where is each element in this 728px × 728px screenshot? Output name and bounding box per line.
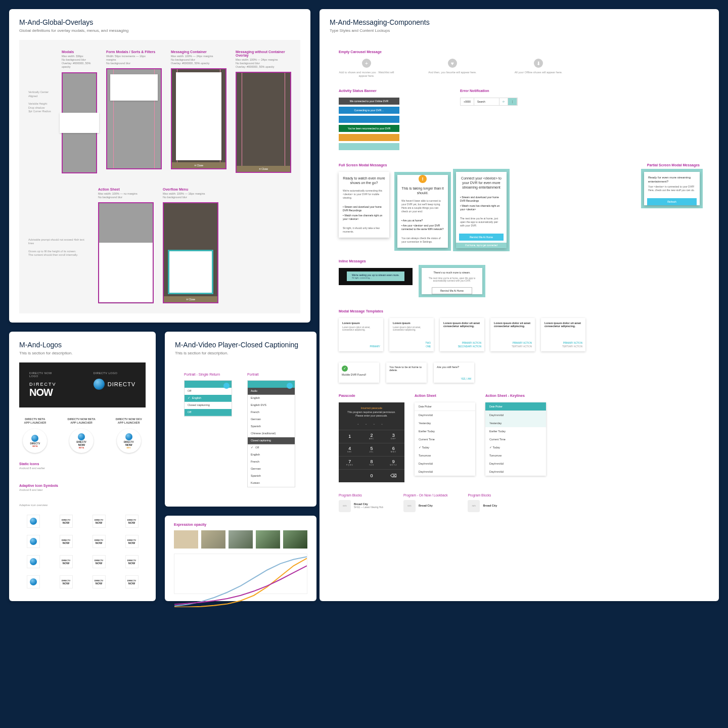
sheet-option[interactable]: Current Time: [485, 435, 546, 443]
adaptive-icons-header: Adaptive Icon Symbols: [19, 484, 146, 487]
cc-option[interactable]: French: [248, 459, 295, 466]
inline-card: There's so much more to stream. The next…: [422, 268, 482, 294]
modals-row: Ready to watch even more shows on the go…: [339, 172, 700, 248]
card-action[interactable]: YES, I AM: [461, 378, 471, 380]
logo-dark-block: DIRECTV NOW LOGO DIRECTV NOW DIRECTV LOG…: [19, 362, 146, 407]
cc-option[interactable]: English DVS: [248, 402, 295, 409]
template-action[interactable]: PRIMARY ACTION: [512, 341, 532, 345]
status-banner: [339, 134, 399, 141]
cc-option[interactable]: Off: [185, 388, 232, 395]
keypad-key[interactable]: 7PQRS: [339, 456, 360, 469]
keypad-key[interactable]: 4GHI: [339, 443, 360, 456]
sheet-option[interactable]: Day/mm/dd: [415, 460, 475, 468]
refresh-icon[interactable]: ⟳: [499, 98, 508, 105]
cc-option[interactable]: English: [248, 451, 295, 459]
sheet-option[interactable]: Yesterday: [485, 419, 546, 427]
sheet-option[interactable]: Tomorrow: [415, 451, 475, 460]
program-icon: IMG: [403, 500, 416, 512]
status-banner: Connecting to your DVR…: [339, 107, 399, 114]
sheet-option[interactable]: Day/mm/dd: [485, 460, 546, 468]
close-button[interactable]: ✕ Close: [164, 296, 217, 302]
left-column: M-And-Global-Overlays Global definitions…: [9, 9, 310, 601]
template-action[interactable]: PRIMARY: [370, 345, 380, 348]
cc-option[interactable]: Off: [248, 444, 295, 451]
inline-row: We're setting you up to stream even more…: [339, 268, 700, 298]
cc-option[interactable]: Korean: [248, 480, 295, 487]
close-button[interactable]: ✕ Close: [237, 166, 290, 172]
sheet-option[interactable]: Earlier Today: [415, 427, 475, 435]
status-banner: [339, 143, 399, 150]
keypad-key[interactable]: 0: [360, 469, 382, 482]
keypad-key[interactable]: ⌫: [383, 469, 404, 482]
sheet-option[interactable]: Current Time: [415, 435, 475, 443]
cc-settings-icon[interactable]: [223, 383, 230, 389]
keypad-key[interactable]: 8TUV: [360, 456, 382, 469]
template-action[interactable]: TERTIARY ACTION: [562, 345, 582, 348]
template-row: Lorem ipsumLorem ipsum dolor sit amet, c…: [339, 318, 700, 351]
refresh-button[interactable]: Refresh: [647, 198, 697, 205]
sheet-option[interactable]: Day/mm/dd: [415, 411, 475, 419]
template-action[interactable]: SECONDARY ACTION: [458, 345, 481, 348]
sheet-option: Date Picker: [485, 402, 546, 411]
remind-button[interactable]: Remind Me At Home: [432, 287, 472, 294]
search-field[interactable]: Search: [474, 98, 499, 105]
remind-button[interactable]: Remind Me At Home: [459, 234, 504, 241]
keypad-key[interactable]: 1: [339, 430, 360, 443]
template-action[interactable]: TERTIARY ACTION: [512, 345, 532, 348]
cc-option[interactable]: Spanish: [248, 423, 295, 430]
more-icon[interactable]: ⋮: [508, 98, 517, 105]
cc-option[interactable]: French: [248, 409, 295, 416]
globe-icon: [30, 578, 37, 585]
keypad-key[interactable]: 6MNO: [383, 443, 404, 456]
opacity-header: Expression opacity: [174, 523, 307, 526]
cc-frame-2: AudioEnglishEnglish DVSFrenchGermanSpani…: [247, 380, 295, 487]
sheet-option[interactable]: Day/mm/dd: [415, 468, 475, 476]
program-block: Program - On Now / LookbackIMGBroad City: [403, 493, 447, 512]
grid-icon: DIRECTVNOW: [52, 555, 80, 568]
keypad-key[interactable]: 2ABC: [360, 430, 382, 443]
cc-option[interactable]: Off: [185, 409, 232, 416]
sheet-option[interactable]: Today: [485, 443, 546, 451]
sheet-option[interactable]: Day/mm/dd: [485, 411, 546, 419]
launcher-icon: DIRECTV BETA: [23, 429, 47, 453]
modal-template: Lorem ipsumLorem ipsum dolor sit amet, c…: [339, 318, 383, 351]
template-action[interactable]: ONE: [426, 345, 431, 348]
template-action[interactable]: PRIMARY ACTION: [562, 341, 582, 345]
grid-icon: DIRECTVNOW: [118, 555, 146, 568]
fullscreen-header: Full Screen Modal Messages: [339, 163, 387, 167]
banners-header: Activity Status Banner: [339, 89, 399, 93]
status-banner: [339, 116, 399, 123]
cc-option[interactable]: English: [185, 395, 232, 402]
sheet-option[interactable]: Today: [415, 443, 475, 451]
cc-option[interactable]: German: [248, 466, 295, 473]
sheet-option[interactable]: Tomorrow: [485, 451, 546, 460]
error-box: +0000 Search ⟳ ⋮: [460, 98, 518, 106]
sheet-option[interactable]: Day/mm/dd: [485, 468, 546, 476]
cc-option[interactable]: Chinese (traditional): [248, 430, 295, 437]
close-button[interactable]: ✕ Close: [172, 162, 225, 168]
thumb: [229, 530, 253, 549]
launcher: DIRECTV NOW DEV APP LAUNCHER DIRECTV NOW…: [116, 418, 142, 453]
cc-option[interactable]: German: [248, 416, 295, 423]
globe-icon: [30, 558, 37, 565]
overlay-form-modals: Form Modals / Sorts & Filters Width: 56p…: [106, 50, 162, 169]
cc-option[interactable]: Closed captioning: [185, 402, 232, 409]
keypad-key[interactable]: 5JKL: [360, 443, 382, 456]
keypad-key[interactable]: 9WXYZ: [383, 456, 404, 469]
cc-settings-icon[interactable]: [287, 383, 293, 389]
sheet-option[interactable]: Yesterday: [415, 419, 475, 427]
keypad-key[interactable]: [339, 469, 360, 482]
cc-option[interactable]: Spanish: [248, 473, 295, 480]
grid-icon: DIRECTVNOW: [85, 515, 113, 528]
keypad-key[interactable]: 3DEF: [383, 430, 404, 443]
modal-template: Lorem ipsum dolor sit amet consectetur a…: [490, 318, 535, 351]
program-block: Program BlocksIMGBroad CityS4 E1 — Lates…: [339, 493, 383, 512]
modal-partial: Ready for even more streaming entertainm…: [644, 172, 700, 205]
template-action[interactable]: TWO: [426, 341, 431, 345]
logos-title: M-And-Logos: [19, 341, 146, 349]
cc-option[interactable]: English: [248, 395, 295, 402]
sheet-option[interactable]: Earlier Today: [485, 427, 546, 435]
program-block: Program BlocksIMGBroad City: [468, 493, 497, 512]
templates-header: Modal Message Templates: [339, 309, 700, 313]
template-action[interactable]: PRIMARY ACTION: [458, 341, 481, 345]
